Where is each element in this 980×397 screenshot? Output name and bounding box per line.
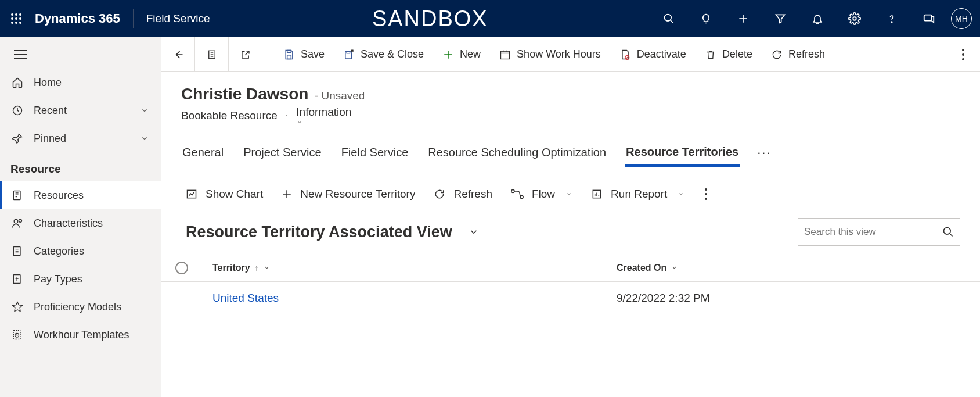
add-button[interactable] (725, 0, 762, 37)
sidebar-item-proficiency-models[interactable]: Proficiency Models (0, 293, 161, 321)
plus-icon (282, 189, 292, 199)
show-chart-label: Show Chart (206, 188, 263, 201)
svg-point-42 (962, 49, 964, 51)
search-button[interactable] (650, 0, 687, 37)
svg-point-21 (14, 219, 18, 223)
settings-button[interactable] (836, 0, 873, 37)
svg-point-1 (15, 13, 17, 16)
new-button[interactable]: New (433, 37, 490, 71)
tab-general[interactable]: General (181, 139, 225, 166)
sidebar-toggle-button[interactable] (0, 41, 161, 69)
bell-icon (812, 13, 823, 24)
person-icon (10, 216, 24, 230)
chevron-down-icon (678, 191, 684, 198)
entity-type-label: Bookable Resource (181, 109, 278, 122)
deactivate-button[interactable]: Deactivate (610, 37, 696, 71)
subgrid-refresh-button[interactable]: Refresh (433, 185, 493, 203)
grid: Territory ↑ Created On United States 9/2… (161, 251, 980, 314)
svg-line-41 (626, 56, 629, 59)
search-icon (942, 226, 954, 238)
sidebar-item-workhour-templates[interactable]: Workhour Templates (0, 321, 161, 349)
notifications-button[interactable] (799, 0, 836, 37)
refresh-button[interactable]: Refresh (762, 37, 834, 71)
resources-icon (10, 188, 24, 202)
popout-button[interactable] (229, 37, 262, 71)
more-vertical-icon (704, 188, 708, 201)
chart-icon (186, 188, 197, 200)
commandbar-overflow-button[interactable] (946, 37, 980, 71)
grid-row[interactable]: United States 9/22/2022 2:32 PM (161, 282, 980, 314)
assistant-button[interactable] (687, 0, 725, 37)
app-name-label[interactable]: Field Service (146, 12, 210, 25)
nav-recent-label: Recent (34, 105, 67, 117)
separator-dot: · (286, 110, 288, 121)
svg-line-58 (950, 234, 953, 237)
save-close-button[interactable]: Save & Close (334, 37, 433, 71)
back-button[interactable] (161, 37, 195, 71)
open-record-set-button[interactable] (195, 37, 229, 71)
chevron-down-icon (140, 106, 149, 115)
sidebar-item-pay-types[interactable]: Pay Types (0, 265, 161, 293)
show-work-hours-label: Show Work Hours (517, 48, 601, 60)
view-selector-button[interactable] (469, 227, 479, 237)
tab-overflow-button[interactable]: ··· (757, 145, 771, 160)
user-avatar[interactable]: MH (951, 8, 972, 29)
help-button[interactable] (873, 0, 910, 37)
tab-field-service[interactable]: Field Service (340, 139, 410, 166)
subgrid-overflow-button[interactable] (702, 188, 710, 201)
column-header-label: Territory (212, 263, 250, 273)
record-unsaved-badge: - Unsaved (315, 90, 365, 102)
filter-button[interactable] (762, 0, 799, 37)
flow-button[interactable]: Flow (510, 185, 574, 203)
flow-label: Flow (532, 188, 555, 201)
sidebar-item-label: Proficiency Models (34, 301, 121, 313)
created-on-value: 9/22/2022 2:32 PM (617, 292, 710, 305)
refresh-label: Refresh (788, 48, 825, 60)
delete-button[interactable]: Delete (696, 37, 762, 71)
environment-label: SANDBOX (210, 6, 650, 31)
tab-resource-territories[interactable]: Resource Territories (625, 138, 740, 167)
divider (133, 9, 134, 28)
svg-point-0 (11, 13, 13, 16)
select-all-checkbox[interactable] (175, 262, 210, 274)
sidebar-item-resources[interactable]: Resources (0, 181, 161, 209)
search-input[interactable] (804, 226, 942, 238)
brand-label[interactable]: Dynamics 365 (35, 11, 120, 26)
tab-rso[interactable]: Resource Scheduling Optimization (427, 139, 607, 166)
clock-icon (10, 103, 24, 117)
sidebar-item-label: Workhour Templates (34, 329, 129, 341)
column-header-territory[interactable]: Territory ↑ (210, 263, 617, 273)
nav-pinned[interactable]: Pinned (0, 124, 161, 152)
plus-icon (737, 13, 749, 24)
show-work-hours-button[interactable]: Show Work Hours (490, 37, 610, 71)
chat-icon (923, 12, 935, 25)
run-report-label: Run Report (611, 188, 667, 201)
app-launcher-button[interactable] (0, 0, 33, 37)
new-resource-territory-button[interactable]: New Resource Territory (280, 185, 416, 203)
save-button[interactable]: Save (274, 37, 334, 71)
pin-icon (10, 131, 24, 145)
show-chart-button[interactable]: Show Chart (185, 185, 264, 203)
document-icon (206, 49, 218, 60)
waffle-icon (10, 13, 22, 24)
home-icon (10, 76, 24, 90)
sidebar-item-characteristics[interactable]: Characteristics (0, 209, 161, 237)
run-report-button[interactable]: Run Report (590, 185, 686, 203)
funnel-icon (774, 13, 786, 24)
nav-home[interactable]: Home (0, 69, 161, 96)
svg-point-5 (19, 17, 21, 20)
territory-link[interactable]: United States (212, 292, 279, 305)
svg-point-2 (19, 13, 21, 16)
nav-recent[interactable]: Recent (0, 96, 161, 124)
svg-point-14 (891, 22, 892, 23)
form-selector[interactable]: Information (296, 106, 355, 126)
teams-chat-button[interactable] (910, 0, 947, 37)
sidebar-item-categories[interactable]: Categories (0, 237, 161, 265)
hamburger-icon (14, 50, 27, 59)
svg-point-13 (853, 17, 856, 20)
report-icon (591, 188, 603, 200)
tab-project-service[interactable]: Project Service (242, 139, 323, 166)
column-header-created-on[interactable]: Created On (617, 263, 980, 273)
view-search-box[interactable] (798, 218, 960, 246)
command-bar: Save Save & Close New Show Work Hours (161, 37, 980, 72)
